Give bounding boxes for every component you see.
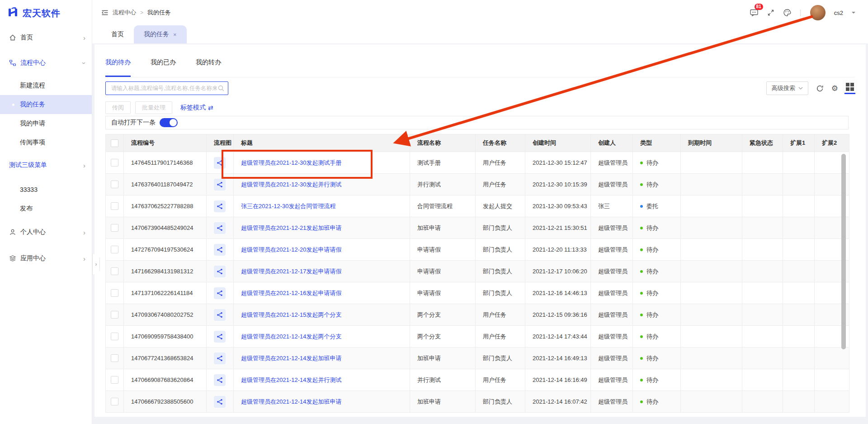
table-scrollbar-thumb[interactable] (841, 154, 846, 349)
sidebar-item-2[interactable]: 新建流程 (0, 76, 92, 95)
table-row[interactable]: 1470666792388505600 超级管理员在2021-12-14发起加班… (106, 391, 849, 413)
sidebar-item-4[interactable]: 我的申请 (0, 114, 92, 133)
created-time-cell: 2021-12-14 16:07:42 (525, 391, 591, 413)
process-name-cell: 合同管理流程 (410, 195, 476, 217)
sidebar-item-5[interactable]: 传阅事项 (0, 133, 92, 152)
task-title-link[interactable]: 超级管理员在2021-12-30发起并行测试 (241, 181, 342, 188)
table-row[interactable]: 1470690959758438400 超级管理员在2021-12-14发起两个… (106, 326, 849, 348)
flow-diagram-button[interactable] (214, 222, 226, 234)
sidebar-item-0[interactable]: 首页 › (0, 28, 92, 47)
username[interactable]: cs2 (834, 10, 843, 16)
subtab[interactable]: 我的转办 (196, 48, 221, 77)
urgency-cell (742, 152, 783, 174)
row-checkbox[interactable] (111, 311, 118, 319)
flow-diagram-button[interactable] (214, 287, 226, 299)
task-title-link[interactable]: 超级管理员在2021-12-16发起申请请假 (241, 290, 342, 296)
ext1-cell (783, 261, 815, 282)
menu-fold-icon[interactable] (101, 9, 108, 16)
sidebar-item-icon (9, 229, 16, 236)
page-tab-label: 我的任务 (144, 30, 169, 38)
page-tab[interactable]: 首页 (101, 25, 134, 43)
circulate-button[interactable]: 传阅 (105, 101, 131, 114)
tab-close-icon[interactable]: × (173, 31, 177, 38)
flow-diagram-button[interactable] (214, 374, 226, 386)
sidebar-item-3[interactable]: 我的任务 (0, 95, 92, 114)
table-row[interactable]: 1476376401187049472 超级管理员在2021-12-30发起并行… (106, 174, 849, 195)
breadcrumb-parent[interactable]: 流程中心 (113, 9, 136, 17)
task-title-link[interactable]: 超级管理员在2021-12-15发起两个分支 (241, 311, 342, 318)
row-checkbox[interactable] (111, 202, 118, 210)
task-title-link[interactable]: 张三在2021-12-30发起合同管理流程 (241, 203, 336, 210)
settings-gear-icon[interactable]: ⚙ (831, 85, 838, 92)
table-row[interactable]: 1472767094197530624 超级管理员在2021-12-20发起申请… (106, 239, 849, 261)
sidebar-item-label: 首页 (20, 33, 33, 42)
table-row[interactable]: 1470673904485249024 超级管理员在2021-12-21发起加班… (106, 217, 849, 239)
sidebar-item-6[interactable]: 测试三级菜单 › (0, 156, 92, 175)
created-time-cell: 2021-12-21 15:30:51 (525, 217, 591, 239)
refresh-icon[interactable] (816, 85, 824, 92)
row-checkbox[interactable] (111, 398, 118, 405)
tag-mode-link[interactable]: 标签模式 ⇄ (180, 104, 213, 112)
urgency-cell (742, 217, 783, 239)
ext1-cell (783, 239, 815, 261)
table-row[interactable]: 1476370625227788288 张三在2021-12-30发起合同管理流… (106, 195, 849, 217)
flow-diagram-button[interactable] (214, 244, 226, 256)
select-all-checkbox[interactable] (111, 139, 118, 147)
status-label: 待办 (646, 333, 658, 340)
advanced-search-button[interactable]: 高级搜索 (766, 81, 808, 95)
table-row[interactable]: 1470669087683620864 超级管理员在2021-12-14发起并行… (106, 369, 849, 391)
app-logo[interactable]: 宏天软件 (0, 0, 92, 26)
task-title-link[interactable]: 超级管理员在2021-12-14发起并行测试 (241, 376, 342, 383)
batch-process-button[interactable]: 批量处理 (135, 101, 172, 114)
flow-diagram-button[interactable] (214, 309, 226, 321)
row-checkbox[interactable] (111, 376, 118, 384)
messages-button[interactable]: 81 (750, 8, 759, 17)
subtab[interactable]: 我的待办 (105, 48, 131, 77)
auto-open-toggle[interactable] (160, 118, 178, 127)
subtab[interactable]: 我的已办 (151, 48, 176, 77)
row-checkbox[interactable] (111, 224, 118, 232)
task-title-link[interactable]: 超级管理员在2021-12-17发起申请请假 (241, 268, 342, 275)
task-title-link[interactable]: 超级管理员在2021-12-14发起加班申请 (241, 355, 342, 362)
row-checkbox[interactable] (111, 289, 118, 297)
sidebar-item-8[interactable]: 发布 (0, 199, 92, 218)
flow-diagram-button[interactable] (214, 331, 226, 343)
sidebar-item-9[interactable]: 个人中心 › (0, 223, 92, 242)
task-title-link[interactable]: 超级管理员在2021-12-14发起加班申请 (241, 398, 342, 405)
sidebar-item-icon (9, 59, 16, 67)
grid-view-icon[interactable] (846, 83, 854, 94)
table-row[interactable]: 1470677241368653824 超级管理员在2021-12-14发起加班… (106, 348, 849, 369)
row-checkbox[interactable] (111, 159, 118, 167)
row-checkbox[interactable] (111, 246, 118, 253)
process-name-cell: 并行测试 (410, 174, 476, 195)
sidebar-item-1[interactable]: 流程中心 › (0, 53, 92, 72)
flow-diagram-button[interactable] (214, 200, 226, 212)
table-row[interactable]: 1470930674080202752 超级管理员在2021-12-15发起两个… (106, 304, 849, 326)
process-id-cell: 1476370625227788288 (124, 195, 207, 217)
theme-palette-icon[interactable] (783, 9, 791, 17)
table-row[interactable]: 1471371062226141184 超级管理员在2021-12-16发起申请… (106, 282, 849, 304)
caret-down-icon[interactable] (852, 12, 855, 15)
sidebar-item-10[interactable]: 应用中心 › (0, 249, 92, 268)
page-tab[interactable]: 我的任务 × (134, 25, 187, 43)
flow-diagram-button[interactable] (214, 179, 226, 191)
row-checkbox[interactable] (111, 333, 118, 340)
search-icon[interactable] (218, 85, 224, 91)
user-avatar[interactable] (810, 5, 826, 20)
search-input[interactable] (110, 85, 218, 92)
flow-diagram-button[interactable] (214, 266, 226, 277)
task-title-link[interactable]: 超级管理员在2021-12-14发起两个分支 (241, 333, 342, 340)
sidebar-item-7[interactable]: 33333 (0, 180, 92, 199)
task-title-link[interactable]: 超级管理员在2021-12-20发起申请请假 (241, 246, 342, 253)
flow-diagram-button[interactable] (214, 353, 226, 364)
task-title-link[interactable]: 超级管理员在2021-12-21发起加班申请 (241, 224, 342, 231)
row-checkbox[interactable] (111, 181, 118, 188)
row-checkbox[interactable] (111, 354, 118, 362)
table-row[interactable]: 1471662984131981312 超级管理员在2021-12-17发起申请… (106, 261, 849, 282)
row-checkbox[interactable] (111, 267, 118, 275)
creator-cell: 超级管理员 (591, 391, 633, 413)
flow-diagram-button[interactable] (214, 396, 226, 408)
status-label: 待办 (646, 181, 658, 188)
table-row[interactable]: 1476451179017146368 超级管理员在2021-12-30发起测试… (106, 152, 849, 174)
fullscreen-icon[interactable] (767, 9, 774, 16)
